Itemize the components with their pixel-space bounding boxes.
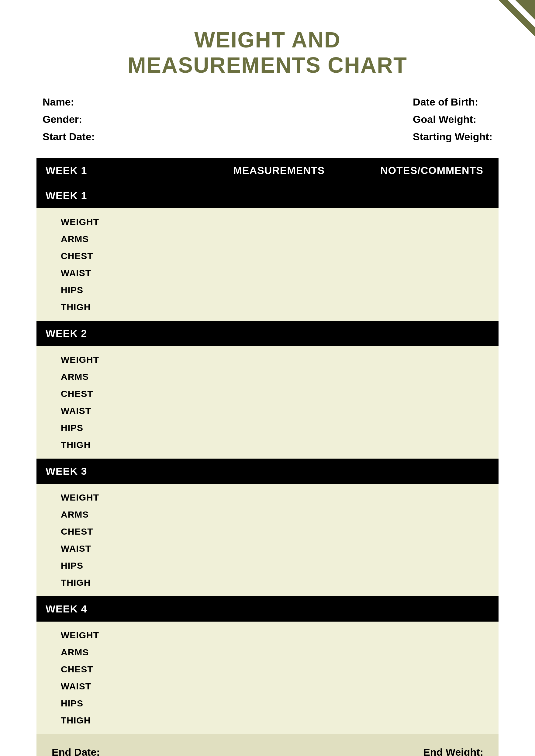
week3-arms: ARMS xyxy=(61,509,198,520)
end-weight-label: End Weight: xyxy=(423,746,483,756)
title-section: WEIGHT AND MEASUREMENTS CHART xyxy=(37,18,498,78)
gender-label: Gender: xyxy=(42,113,95,125)
week4-chest: CHEST xyxy=(61,664,198,675)
footer-row: End Date: End Weight: xyxy=(37,734,498,756)
week2-chest: CHEST xyxy=(61,389,198,399)
week1-meas-col xyxy=(198,208,360,321)
week1-title: WEEK 1 xyxy=(37,183,498,208)
name-label: Name: xyxy=(42,96,95,108)
week2-waist: WAIST xyxy=(61,406,198,416)
week4-title: WEEK 4 xyxy=(37,596,498,622)
info-column-right: Date of Birth: Goal Weight: Starting Wei… xyxy=(413,96,493,143)
week2-arms: ARMS xyxy=(61,372,198,382)
week2-title-row: WEEK 2 xyxy=(37,321,498,346)
title-line1: WEIGHT AND xyxy=(37,27,498,53)
week2-hips: HIPS xyxy=(61,423,198,433)
main-title: WEIGHT AND MEASUREMENTS CHART xyxy=(37,27,498,78)
week1-label: WEEK 1 xyxy=(45,190,87,201)
week3-thigh: THIGH xyxy=(61,577,198,588)
footer-cell: End Date: End Weight: xyxy=(37,734,498,756)
week4-weight: WEIGHT xyxy=(61,630,198,640)
week1-labels-col: WEIGHT ARMS CHEST WAIST HIPS THIGH xyxy=(37,208,198,321)
chart-table: WEEK 1 MEASUREMENTS NOTES/COMMENTS WEEK … xyxy=(37,158,498,756)
week2-weight: WEIGHT xyxy=(61,355,198,365)
week1-thigh: THIGH xyxy=(61,302,198,312)
week4-title-row: WEEK 4 xyxy=(37,596,498,622)
week1-waist: WAIST xyxy=(61,268,198,278)
week3-label-list: WEIGHT ARMS CHEST WAIST HIPS THIGH xyxy=(61,492,198,588)
week3-title-row: WEEK 3 xyxy=(37,459,498,484)
week4-meas-col xyxy=(198,622,360,734)
footer-content: End Date: End Weight: xyxy=(52,746,483,756)
week1-label-list: WEIGHT ARMS CHEST WAIST HIPS THIGH xyxy=(61,217,198,312)
week1-hips: HIPS xyxy=(61,285,198,295)
week1-title-row: WEEK 1 xyxy=(37,183,498,208)
week2-title: WEEK 2 xyxy=(37,321,498,346)
goal-weight-label: Goal Weight: xyxy=(413,113,493,125)
week2-meas-col xyxy=(198,346,360,459)
week4-labels-col: WEIGHT ARMS CHEST WAIST HIPS THIGH xyxy=(37,622,198,734)
week2-label: WEEK 2 xyxy=(45,328,87,339)
week4-label: WEEK 4 xyxy=(45,603,87,615)
week2-labels-col: WEIGHT ARMS CHEST WAIST HIPS THIGH xyxy=(37,346,198,459)
week4-thigh: THIGH xyxy=(61,715,198,726)
week4-notes-col xyxy=(360,622,498,734)
week2-notes-col xyxy=(360,346,498,459)
week4-data-row: WEIGHT ARMS CHEST WAIST HIPS THIGH xyxy=(37,622,498,734)
week3-waist: WAIST xyxy=(61,543,198,554)
week2-thigh: THIGH xyxy=(61,440,198,450)
corner-decoration xyxy=(498,0,535,37)
week4-hips: HIPS xyxy=(61,698,198,709)
starting-weight-label: Starting Weight: xyxy=(413,131,493,143)
week2-data-row: WEIGHT ARMS CHEST WAIST HIPS THIGH xyxy=(37,346,498,459)
week3-labels-col: WEIGHT ARMS CHEST WAIST HIPS THIGH xyxy=(37,484,198,596)
info-column-left: Name: Gender: Start Date: xyxy=(42,96,95,143)
dob-label: Date of Birth: xyxy=(413,96,493,108)
end-date-label: End Date: xyxy=(52,746,100,756)
week3-title: WEEK 3 xyxy=(37,459,498,484)
week1-chest: CHEST xyxy=(61,251,198,261)
week3-notes-col xyxy=(360,484,498,596)
week3-label: WEEK 3 xyxy=(45,465,87,477)
week4-label-list: WEIGHT ARMS CHEST WAIST HIPS THIGH xyxy=(61,630,198,726)
week1-weight: WEIGHT xyxy=(61,217,198,227)
week3-weight: WEIGHT xyxy=(61,492,198,503)
week1-data-row: WEIGHT ARMS CHEST WAIST HIPS THIGH xyxy=(37,208,498,321)
table-header-row: WEEK 1 MEASUREMENTS NOTES/COMMENTS xyxy=(37,158,498,183)
page: WEIGHT AND MEASUREMENTS CHART Name: Gend… xyxy=(0,0,535,756)
start-date-label: Start Date: xyxy=(42,131,95,143)
week3-data-row: WEIGHT ARMS CHEST WAIST HIPS THIGH xyxy=(37,484,498,596)
col3-header: NOTES/COMMENTS xyxy=(360,158,498,183)
week3-chest: CHEST xyxy=(61,526,198,537)
week1-arms: ARMS xyxy=(61,234,198,244)
week2-label-list: WEIGHT ARMS CHEST WAIST HIPS THIGH xyxy=(61,355,198,450)
info-section: Name: Gender: Start Date: Date of Birth:… xyxy=(37,96,498,143)
week4-arms: ARMS xyxy=(61,647,198,657)
col2-header: MEASUREMENTS xyxy=(198,158,360,183)
col1-header: WEEK 1 xyxy=(37,158,198,183)
week1-notes-col xyxy=(360,208,498,321)
week3-meas-col xyxy=(198,484,360,596)
week4-waist: WAIST xyxy=(61,681,198,691)
title-line2: MEASUREMENTS CHART xyxy=(37,53,498,78)
week3-hips: HIPS xyxy=(61,561,198,571)
